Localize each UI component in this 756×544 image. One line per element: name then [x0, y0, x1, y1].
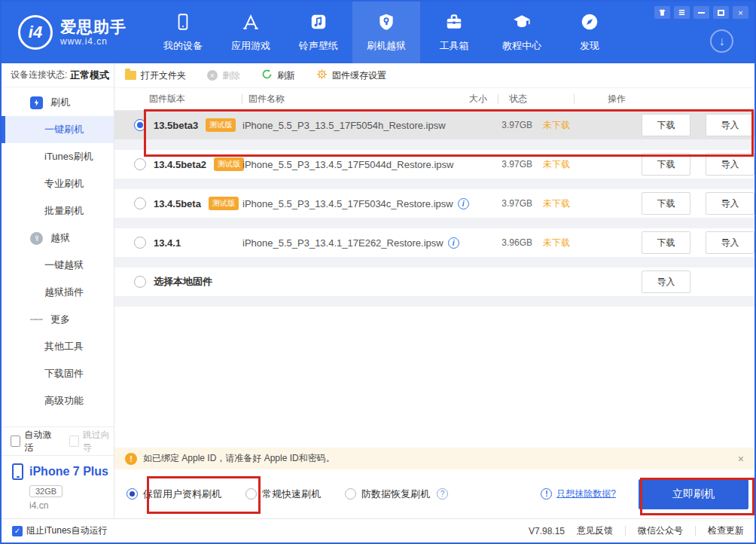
download-button[interactable]: 下载: [642, 231, 690, 254]
sidebar-checkboxes: 自动激活 跳过向导: [2, 426, 114, 455]
erase-info-icon: !: [541, 488, 552, 500]
minimize-button[interactable]: [694, 6, 709, 19]
beta-badge: 测试版: [214, 157, 244, 171]
sidebar-item-other-tools[interactable]: 其他工具: [2, 333, 114, 360]
firmware-radio[interactable]: [134, 119, 146, 131]
notice-close-icon[interactable]: ×: [738, 453, 744, 465]
firmware-row-13.4.5beta2[interactable]: 13.4.5beta2 测试版 iPhone_5.5_P3_13.4.5_17F…: [114, 150, 754, 189]
sidebar-item-one-key-flash[interactable]: 一键刷机: [2, 116, 114, 143]
nav-toolbox[interactable]: 工具箱: [420, 2, 488, 63]
import-button[interactable]: 导入: [706, 192, 754, 215]
status-not-downloaded: 未下载: [532, 119, 608, 132]
compass-icon: [580, 12, 599, 34]
info-icon[interactable]: i: [458, 198, 469, 209]
sidebar-section-flash[interactable]: 刷机: [2, 89, 114, 116]
folder-icon: [125, 71, 136, 80]
sidebar-item-jailbreak-plugins[interactable]: 越狱插件: [2, 279, 114, 306]
import-button[interactable]: 导入: [642, 270, 690, 293]
nav-ringtones[interactable]: 铃声壁纸: [285, 2, 352, 63]
app-window: i4 爱思助手 www.i4.cn 我的设备 应用游戏: [0, 0, 756, 544]
main-panel: 打开文件夹 × 删除 刷新 固件缓存设置: [114, 63, 754, 518]
beta-badge: 测试版: [206, 118, 236, 132]
import-button[interactable]: 导入: [706, 114, 754, 136]
device-capacity-badge: 32GB: [29, 485, 62, 497]
device-panel: iPhone 7 Plus 32GB i4.cn: [2, 455, 114, 518]
option-anti-data-recovery[interactable]: 防数据恢复刷机 ?: [345, 487, 448, 501]
block-itunes-checkbox[interactable]: ✓ 阻止iTunes自动运行: [12, 524, 108, 537]
phone-icon: [12, 463, 23, 480]
menu-list-icon[interactable]: [674, 6, 690, 19]
delete-button[interactable]: × 删除: [207, 69, 240, 82]
sidebar-section-jailbreak[interactable]: 越狱: [2, 225, 114, 252]
erase-data-link[interactable]: 只想抹除数据?: [556, 487, 616, 500]
option-normal-fast-flash[interactable]: 常规快速刷机: [245, 487, 321, 501]
flash-icon: [30, 96, 43, 109]
cache-settings-button[interactable]: 固件缓存设置: [316, 69, 386, 82]
firmware-row-13.4.5beta[interactable]: 13.4.5beta 测试版 iPhone_5.5_P3_13.4.5_17F5…: [114, 189, 754, 228]
open-folder-button[interactable]: 打开文件夹: [125, 69, 186, 82]
firmware-radio[interactable]: [134, 276, 146, 288]
warning-icon: !: [125, 453, 137, 465]
import-button[interactable]: 导入: [706, 231, 754, 254]
feedback-link[interactable]: 意见反馈: [577, 524, 613, 537]
radio-icon[interactable]: [127, 488, 138, 500]
sidebar-item-batch-flash[interactable]: 批量刷机: [2, 197, 114, 225]
main-nav: 我的设备 应用游戏 铃声壁纸 刷机越狱: [149, 2, 623, 63]
column-status: 状态: [498, 93, 574, 105]
firmware-radio[interactable]: [134, 237, 146, 249]
graduation-cap-icon: [512, 12, 532, 34]
option-keep-user-data[interactable]: 保留用户资料刷机: [127, 487, 221, 501]
device-name: iPhone 7 Plus: [29, 465, 108, 478]
skip-wizard-checkbox[interactable]: 跳过向导: [69, 429, 114, 454]
nav-my-device[interactable]: 我的设备: [149, 2, 217, 63]
sidebar-item-pro-flash[interactable]: 专业刷机: [2, 170, 114, 197]
firmware-row-13.5beta3[interactable]: 13.5beta3 测试版 iPhone_5.5_P3_13.5_17F5054…: [114, 111, 754, 150]
firmware-radio[interactable]: [134, 197, 146, 209]
download-button[interactable]: 下载: [642, 153, 690, 176]
sidebar-section-more[interactable]: 更多: [2, 306, 114, 333]
checkbox-checked-icon[interactable]: ✓: [12, 526, 23, 536]
check-update-link[interactable]: 检查更新: [708, 524, 744, 537]
sidebar-menu: 刷机 一键刷机 iTunes刷机 专业刷机 批量刷机: [2, 87, 114, 414]
firmware-radio[interactable]: [134, 158, 146, 170]
sidebar-item-one-key-jailbreak[interactable]: 一键越狱: [2, 252, 114, 279]
nav-tutorials[interactable]: 教程中心: [488, 2, 556, 63]
sidebar-item-advanced-features[interactable]: 高级功能: [2, 387, 114, 414]
table-header: 固件版本 固件名称 大小 状态 操作: [114, 88, 754, 111]
flash-now-button[interactable]: 立即刷机: [639, 479, 748, 509]
theme-icon[interactable]: [654, 6, 670, 19]
connection-mode: 正常模式: [70, 69, 109, 82]
maximize-button[interactable]: [713, 6, 729, 19]
download-button[interactable]: 下载: [642, 114, 690, 136]
radio-icon[interactable]: [345, 488, 356, 500]
radio-icon[interactable]: [245, 488, 257, 500]
checkbox-icon[interactable]: [69, 436, 79, 447]
firmware-row-13.4.1[interactable]: 13.4.1 iPhone_5.5_P3_13.4.1_17E262_Resto…: [114, 228, 754, 267]
sidebar: 设备连接状态: 正常模式 刷机 一键刷机 iTunes刷机 专业刷机: [2, 63, 114, 518]
nav-flash-jailbreak[interactable]: 刷机越狱: [352, 2, 420, 63]
music-note-icon: [309, 12, 328, 34]
nav-discover[interactable]: 发现: [556, 2, 623, 63]
import-button[interactable]: 导入: [706, 153, 754, 176]
checkbox-icon[interactable]: [11, 436, 20, 447]
help-icon[interactable]: ?: [437, 488, 448, 500]
column-action: 操作: [575, 93, 754, 105]
brand-url: www.i4.cn: [60, 36, 127, 47]
download-manager-icon[interactable]: ↓: [710, 29, 733, 53]
close-button[interactable]: ×: [733, 6, 748, 19]
beta-badge: 测试版: [209, 197, 239, 210]
status-not-downloaded: 未下载: [532, 237, 608, 249]
wechat-link[interactable]: 微信公众号: [638, 524, 683, 537]
sidebar-item-itunes-flash[interactable]: iTunes刷机: [2, 143, 114, 170]
brand-name: 爱思助手: [60, 18, 127, 35]
firmware-row-local[interactable]: 选择本地固件 导入: [114, 267, 754, 307]
toolbar: 打开文件夹 × 删除 刷新 固件缓存设置: [114, 63, 754, 88]
info-icon[interactable]: i: [448, 237, 459, 249]
refresh-button[interactable]: 刷新: [261, 69, 295, 82]
auto-activate-checkbox[interactable]: 自动激活: [11, 429, 56, 454]
nav-apps-games[interactable]: 应用游戏: [217, 2, 285, 63]
sidebar-item-download-firmware[interactable]: 下载固件: [2, 360, 114, 387]
status-bar: ✓ 阻止iTunes自动运行 V7.98.15 意见反馈 微信公众号 检查更新: [2, 518, 754, 542]
download-button[interactable]: 下载: [642, 192, 690, 215]
logo-i4-icon: i4: [18, 15, 53, 50]
